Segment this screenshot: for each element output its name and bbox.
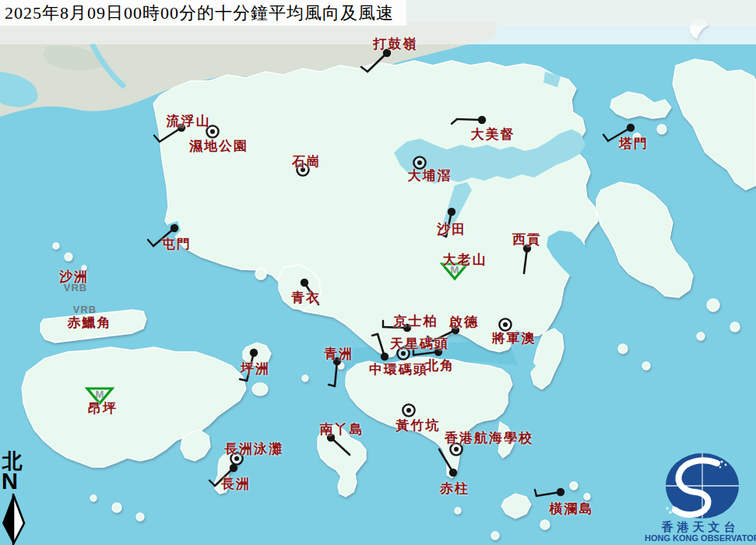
- station-marker-barb: [413, 348, 442, 356]
- station-dot: [557, 488, 564, 496]
- station-marker-calm: [499, 318, 511, 330]
- wind-map: MM 打鼓嶺流浮山濕地公園石崗大美督塔門大埔滘沙田西貢大老山屯門沙洲VRB赤鱲角…: [0, 0, 756, 545]
- wind-barb-shaft: [247, 353, 254, 381]
- wind-barb-feather: [603, 135, 608, 141]
- wind-barb-feather: [535, 490, 536, 496]
- station-marker-barb: [603, 124, 635, 141]
- station-marker-barb: [301, 279, 318, 304]
- maintenance-m-letter: M: [451, 264, 459, 276]
- station-marker-calm: [413, 156, 425, 168]
- north-arrow-icon: [0, 492, 31, 545]
- station-marker-calm: [450, 443, 462, 455]
- station-dot: [523, 244, 531, 252]
- station-marker-barb: [452, 116, 486, 124]
- station-dot: [452, 326, 459, 334]
- station-marker-barb: [329, 357, 341, 386]
- hko-logo: 香港天文台 HONG KONG OBSERVATORY: [645, 450, 756, 545]
- wind-barb-feather: [329, 385, 335, 386]
- station-dot: [250, 349, 258, 357]
- station-dot: [454, 447, 459, 452]
- station-marker-barb: [209, 464, 237, 486]
- station-marker-barb: [148, 224, 178, 246]
- wind-barb-feather: [148, 240, 153, 246]
- station-dot: [383, 49, 391, 57]
- compass-north-en: N: [2, 470, 18, 493]
- wind-barb-feather: [452, 119, 457, 124]
- station-dot: [478, 116, 486, 124]
- station-marker-barb: [535, 488, 564, 496]
- wind-barb-feather: [372, 334, 378, 336]
- station-marker-barb: [154, 124, 185, 142]
- station-marker-barb: [427, 326, 459, 341]
- station-marker-calm: [230, 452, 242, 464]
- wind-barb-feather: [240, 379, 247, 381]
- station-marker-barb: [441, 208, 455, 237]
- station-dot: [234, 456, 239, 461]
- station-dot: [210, 129, 215, 134]
- station-dot: [301, 279, 308, 287]
- wind-barb-feather: [361, 67, 367, 72]
- station-marker-m: M: [87, 389, 112, 403]
- station-dot: [333, 357, 341, 365]
- station-marker-barb: [327, 434, 350, 455]
- hko-name-english: HONG KONG OBSERVATORY: [645, 533, 756, 543]
- station-dot: [503, 322, 508, 327]
- station-marker-barb: [383, 321, 411, 332]
- wind-barb-shaft: [153, 228, 174, 246]
- wind-barb-feather: [154, 135, 160, 142]
- station-marker-barb: [240, 349, 258, 381]
- station-dot: [417, 160, 422, 165]
- station-marker-calm: [297, 164, 308, 175]
- station-dot: [327, 434, 335, 441]
- station-dot: [230, 464, 237, 472]
- station-marker-calm: [206, 125, 218, 137]
- station-marker-barb: [372, 334, 389, 360]
- map-title: 2025年8月09日00時00分的十分鐘平均風向及風速: [0, 0, 406, 26]
- station-dot: [178, 124, 185, 132]
- station-dot: [171, 224, 178, 232]
- wind-barb-feather: [427, 336, 433, 341]
- station-marker-m: M: [442, 264, 467, 279]
- station-marker-calm: [403, 404, 414, 416]
- station-dot: [401, 351, 406, 356]
- maintenance-m-letter: M: [96, 389, 104, 400]
- station-dot: [381, 353, 389, 360]
- station-dot: [449, 469, 457, 476]
- station-dot: [403, 324, 411, 332]
- station-dot: [406, 408, 411, 413]
- station-dot: [434, 348, 442, 356]
- station-dot: [301, 167, 305, 172]
- station-marker-calm: [397, 347, 409, 359]
- north-compass: 北 N: [0, 452, 34, 545]
- station-dot: [627, 124, 635, 132]
- wind-barb-feather: [441, 234, 446, 237]
- station-marker-barb: [361, 49, 391, 72]
- wind-barb-feather: [209, 480, 215, 486]
- station-markers-layer: MM: [0, 0, 756, 545]
- station-dot: [448, 208, 455, 216]
- station-marker-barb: [523, 244, 531, 273]
